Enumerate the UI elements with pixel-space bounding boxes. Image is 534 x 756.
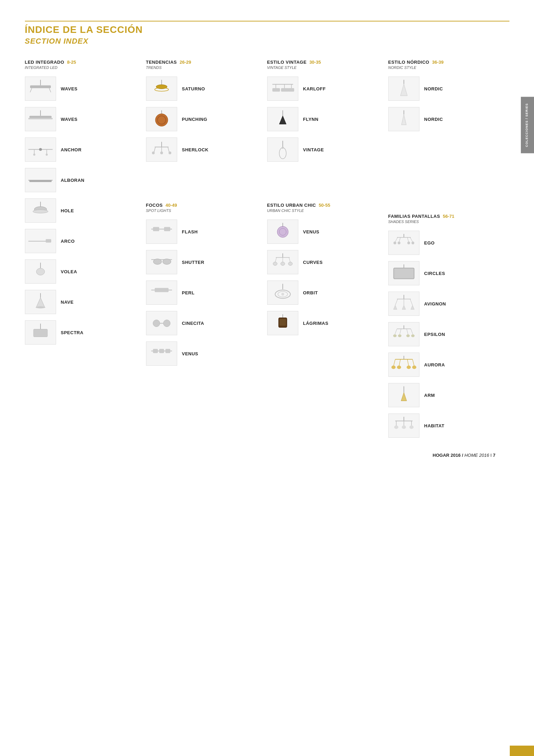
col-title-urbanchic: ESTILO URBAN CHIC xyxy=(267,203,316,208)
list-item: NORDIC xyxy=(388,77,503,101)
svg-point-78 xyxy=(288,262,292,266)
svg-marker-108 xyxy=(402,305,406,310)
col-pages-vintage: 30-35 xyxy=(309,60,321,65)
svg-line-77 xyxy=(289,258,290,263)
item-image-spectra xyxy=(25,320,56,345)
item-image-flynn xyxy=(267,107,298,131)
col-header-urbanchic: ESTILO URBAN CHIC 50-55 URBAN CHIC STYLE xyxy=(267,203,381,213)
item-label-aurora: AURORA xyxy=(424,362,445,367)
footer-text-italic: HOME 2016 xyxy=(464,453,489,458)
svg-point-99 xyxy=(411,242,414,244)
col-title-nordico: ESTILO NÓRDICO xyxy=(388,60,429,65)
svg-point-45 xyxy=(153,259,162,265)
footer-separator: I xyxy=(489,453,493,458)
item-label-punching: PUNCHING xyxy=(182,117,207,122)
item-image-cinecita xyxy=(146,311,177,335)
svg-line-98 xyxy=(410,238,413,242)
item-label-lagrimas: LÁGRIMAS xyxy=(303,321,328,326)
svg-line-109 xyxy=(410,299,413,305)
item-label-shutter: SHUTTER xyxy=(182,260,205,265)
item-image-lagrimas xyxy=(267,311,298,335)
svg-point-10 xyxy=(33,154,35,156)
list-item: HOLE xyxy=(25,198,139,223)
item-image-vintage xyxy=(267,137,298,162)
col-pages-focos: 40-49 xyxy=(165,203,177,208)
svg-line-129 xyxy=(413,359,414,366)
svg-point-97 xyxy=(407,242,410,244)
svg-point-49 xyxy=(153,320,160,327)
item-label-volea: VOLEA xyxy=(61,269,77,274)
list-item: PERL xyxy=(146,281,260,305)
list-item: VENUS xyxy=(267,220,381,244)
svg-point-66 xyxy=(279,148,286,159)
footer-page: 7 xyxy=(493,453,495,458)
column-nordico: ESTILO NÓRDICO 36-39 NORDIC STYLE NORDIC xyxy=(388,60,509,444)
col-pages-urbanchic: 50-55 xyxy=(319,203,330,208)
list-item: HABITAT xyxy=(388,413,503,438)
item-image-volea xyxy=(25,259,56,284)
svg-point-140 xyxy=(409,426,414,429)
item-label-curves: CURVES xyxy=(303,260,323,265)
col-pages-tendencias: 26-29 xyxy=(180,60,191,65)
svg-point-40 xyxy=(169,152,171,154)
svg-point-82 xyxy=(281,293,284,296)
list-item: KARLOFF xyxy=(267,77,381,101)
svg-rect-53 xyxy=(153,349,158,353)
svg-rect-54 xyxy=(159,349,164,353)
svg-marker-106 xyxy=(393,305,397,310)
item-label-waves1: WAVES xyxy=(61,86,78,91)
svg-point-95 xyxy=(398,242,400,244)
item-label-alboran: ALBORAN xyxy=(61,178,85,183)
footer-text-bold: HOGAR 2016 / xyxy=(433,453,464,458)
item-label-venus-focos: VENUS xyxy=(182,351,198,356)
svg-point-126 xyxy=(397,366,401,369)
svg-rect-43 xyxy=(164,227,170,231)
item-label-circles: CIRCLES xyxy=(424,271,445,276)
list-item: SATURNO xyxy=(146,77,260,101)
column-led: LED INTEGRADO 8-25 INTEGRATED LED WAVES xyxy=(25,60,146,351)
svg-rect-14 xyxy=(29,180,52,182)
footer: HOGAR 2016 / HOME 2016 I 7 xyxy=(433,453,495,458)
item-image-nave xyxy=(25,290,56,314)
svg-point-120 xyxy=(411,335,415,337)
item-label-epsilon: EPSILON xyxy=(424,332,445,337)
col-pages-familias: 56-71 xyxy=(443,214,454,219)
item-image-venus-urban xyxy=(267,220,298,244)
col-title-tendencias: TENDENCIAS xyxy=(146,60,177,65)
list-item: FLYNN xyxy=(267,107,381,131)
item-image-aurora xyxy=(388,353,419,377)
item-label-perl: PERL xyxy=(182,290,195,295)
list-item: SPECTRA xyxy=(25,320,139,345)
svg-line-105 xyxy=(395,299,398,305)
svg-rect-58 xyxy=(272,88,280,92)
list-item: NAVE xyxy=(25,290,139,314)
svg-rect-6 xyxy=(28,118,53,119)
col-subtitle-focos: SPOT LIGHTS xyxy=(146,208,260,213)
page-title: ÍNDICE DE LA SECCIÓN xyxy=(25,24,509,35)
item-image-sherlock xyxy=(146,137,177,162)
list-item: AVIGNON xyxy=(388,292,503,316)
list-item: SHUTTER xyxy=(146,250,260,274)
footer-bar xyxy=(510,746,534,756)
col-header-tendencias: TENDENCIAS 26-29 TRENDS xyxy=(146,60,260,70)
item-label-spectra: SPECTRA xyxy=(61,330,84,335)
item-label-karloff: KARLOFF xyxy=(303,86,326,91)
svg-point-118 xyxy=(406,335,410,337)
svg-line-125 xyxy=(399,359,400,366)
item-image-karloff xyxy=(267,77,298,101)
svg-line-39 xyxy=(168,147,169,152)
item-image-venus-focos xyxy=(146,341,177,366)
item-image-epsilon xyxy=(388,322,419,346)
col-subtitle-familias: SHADES SERIES xyxy=(388,220,503,224)
item-label-arco: ARCO xyxy=(61,239,75,244)
svg-line-127 xyxy=(407,359,409,366)
svg-line-119 xyxy=(411,329,413,335)
col-title-focos: FOCOS xyxy=(146,203,163,208)
item-image-alboran xyxy=(25,168,56,192)
list-item: FLASH xyxy=(146,220,260,244)
svg-line-117 xyxy=(407,329,408,335)
svg-point-8 xyxy=(39,148,42,151)
col-pages-led: 8-25 xyxy=(67,60,76,65)
col-header-nordico: ESTILO NÓRDICO 36-39 NORDIC STYLE xyxy=(388,60,503,70)
item-label-ego: EGO xyxy=(424,240,435,246)
